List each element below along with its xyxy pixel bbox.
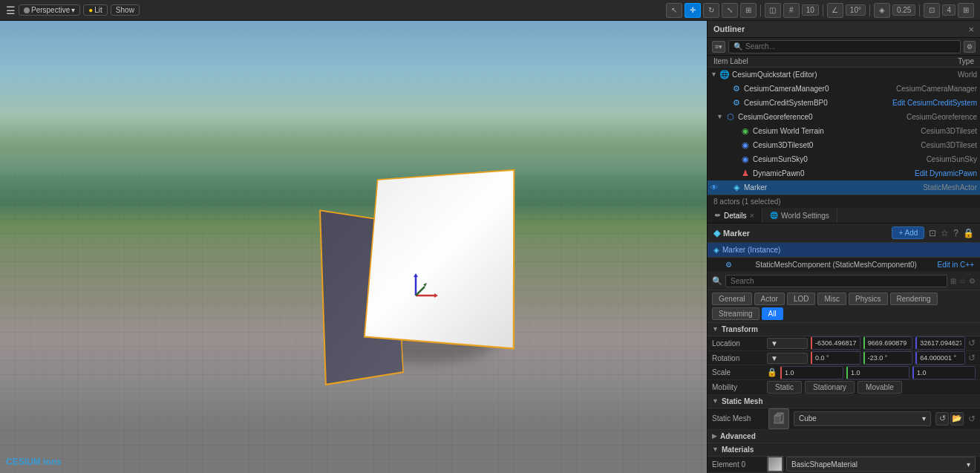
settings-filter-btn[interactable]: ⚙ <box>969 277 976 285</box>
eye-icon-marker[interactable]: 👁 <box>710 183 721 192</box>
scale-lock-icon[interactable]: 🔒 <box>767 368 777 377</box>
scale-z-input[interactable] <box>912 366 976 379</box>
mesh-reset-btn[interactable]: ↺ <box>968 414 976 424</box>
grid-tool[interactable]: # <box>783 3 800 18</box>
star-icon-btn[interactable]: ☆ <box>941 228 949 238</box>
rotation-y-input[interactable] <box>863 351 913 365</box>
outliner-title: Outliner <box>713 25 745 33</box>
column-headers: Item Label Type <box>708 56 980 68</box>
location-row: Location ▼ ↺ <box>708 336 980 351</box>
transform-tool[interactable]: ⊞ <box>740 3 757 18</box>
grid-icon[interactable]: ⊞ <box>958 3 974 18</box>
transform-section-header[interactable]: ▼ Transform <box>708 323 980 336</box>
scale-tool2[interactable]: ◈ <box>874 3 890 18</box>
perspective-dropdown[interactable]: Perspective ▾ <box>19 4 80 16</box>
materials-section-header[interactable]: ▼ Materials <box>708 443 980 457</box>
select-tool[interactable]: ↖ <box>666 3 682 18</box>
rotation-reset-btn[interactable]: ↺ <box>968 353 976 363</box>
details-search-input[interactable] <box>725 275 947 287</box>
lock-icon-btn[interactable]: 🔒 <box>963 228 974 238</box>
outliner-search[interactable]: 🔍 <box>728 40 961 53</box>
scale-tool[interactable]: ⤡ <box>722 3 738 18</box>
filter-rendering[interactable]: Rendering <box>890 293 938 305</box>
angle-value[interactable]: 10° <box>846 4 866 16</box>
scale-x-input[interactable] <box>780 366 843 379</box>
filter-all[interactable]: All <box>762 307 783 320</box>
materials-title: Materials <box>722 446 754 454</box>
label-tileset: Cesium3DTileset0 <box>753 141 921 149</box>
filter-lod[interactable]: LOD <box>787 293 816 305</box>
location-reset-btn[interactable]: ↺ <box>968 338 976 348</box>
layout-icon-btn[interactable]: ⊡ <box>929 228 936 238</box>
rotation-z-input[interactable] <box>915 351 965 365</box>
filter-misc[interactable]: Misc <box>817 293 846 305</box>
location-z-input[interactable] <box>915 336 965 350</box>
location-y-input[interactable] <box>863 336 913 350</box>
add-button[interactable]: + Add <box>892 226 924 239</box>
col-type-label: Type <box>958 57 974 65</box>
outliner-close-btn[interactable]: × <box>968 24 974 35</box>
mesh-selector-dropdown[interactable]: Cube ▾ <box>794 411 931 426</box>
mobility-stationary-btn[interactable]: Stationary <box>805 381 855 394</box>
mesh-nav-btn[interactable]: ↺ <box>935 412 949 425</box>
location-dropdown[interactable]: ▼ <box>767 338 808 349</box>
build-count[interactable]: 4 <box>942 4 956 16</box>
location-x-input[interactable] <box>811 336 860 350</box>
outliner-search-input[interactable] <box>745 42 956 50</box>
viewport[interactable]: CESIUM ions <box>0 21 707 473</box>
filter-physics[interactable]: Physics <box>849 293 887 305</box>
static-mesh-section-header[interactable]: ▼ Static Mesh <box>708 395 980 408</box>
filter-general[interactable]: General <box>712 293 752 305</box>
tree-item-tileset[interactable]: ◉ Cesium3DTileset0 Cesium3DTileset <box>708 138 980 152</box>
angle-tool[interactable]: ∠ <box>827 3 843 18</box>
mesh-browse-btn[interactable]: 📂 <box>950 412 964 425</box>
outliner-filter-btn[interactable]: ≡▾ <box>712 41 725 53</box>
instance-row[interactable]: ◈ Marker (Instance) <box>708 243 980 258</box>
tree-item-georeference[interactable]: ▼ ⬡ CesiumGeoreference0 CesiumGeoreferen… <box>708 110 980 124</box>
component-row[interactable]: ⚙ StaticMeshComponent (StaticMeshCompone… <box>708 258 980 273</box>
snap-value[interactable]: 10 <box>802 4 819 16</box>
static-mesh-arrow: ▼ <box>712 397 719 405</box>
edit-cpp-link[interactable]: Edit in C++ <box>938 261 974 269</box>
tree-item-editor[interactable]: ▼ 🌐 CesiumQuickstart (Editor) World <box>708 68 980 82</box>
filter-streaming[interactable]: Streaming <box>712 307 760 320</box>
materials-arrow: ▼ <box>712 446 719 453</box>
info-icon-btn[interactable]: ? <box>953 228 958 238</box>
star-filter-btn[interactable]: ☆ <box>959 277 966 285</box>
tab-world-settings[interactable]: 🌐 World Settings <box>762 208 837 224</box>
mobility-static-btn[interactable]: Static <box>767 381 802 394</box>
marker-icon: ◈ <box>731 182 742 192</box>
lit-dropdown[interactable]: ● Lit <box>83 4 108 16</box>
tree-item-camera[interactable]: ⚙ CesiumCameraManager0 CesiumCameraManag… <box>708 82 980 96</box>
grid-view-btn[interactable]: ⊞ <box>950 277 956 285</box>
3d-cube <box>319 169 527 377</box>
hamburger-menu[interactable]: ☰ <box>6 4 16 16</box>
component-icon-georef: ⬡ <box>725 111 736 122</box>
scale-y-input[interactable] <box>846 366 909 379</box>
build-tool[interactable]: ⊡ <box>924 3 940 18</box>
filter-actor[interactable]: Actor <box>754 293 785 305</box>
advanced-section-header[interactable]: ▶ Advanced <box>708 430 980 443</box>
rotation-x-input[interactable] <box>811 351 860 365</box>
globe-icon: 🌐 <box>770 212 778 219</box>
separator2 <box>823 4 823 16</box>
tree-item-sunsky[interactable]: ◉ CesiumSunSky0 CesiumSunSky <box>708 152 980 166</box>
mobility-movable-btn[interactable]: Movable <box>858 381 902 394</box>
tree-item-marker[interactable]: 👁 ◈ Marker StaticMeshActor <box>708 180 980 195</box>
tree-item-terrain[interactable]: ◉ Cesium World Terrain Cesium3DTileset <box>708 124 980 138</box>
tree-item-credit[interactable]: ⚙ CesiumCreditSystemBP0 Edit CesiumCredi… <box>708 96 980 110</box>
rotate-tool[interactable]: ↻ <box>703 3 719 18</box>
camera-tool[interactable]: ◫ <box>765 3 781 18</box>
outliner-settings-btn[interactable]: ⚙ <box>964 41 976 53</box>
component-icon-camera: ⚙ <box>731 83 742 94</box>
mobility-row: Mobility Static Stationary Movable <box>708 380 980 395</box>
details-tab-close[interactable]: × <box>750 211 754 220</box>
scale-value[interactable]: 0.25 <box>892 4 915 16</box>
tree-item-pawn[interactable]: ♟ DynamicPawn0 Edit DynamicPawn <box>708 166 980 180</box>
move-tool[interactable]: ✛ <box>685 3 701 18</box>
tab-details[interactable]: ✏ Details × <box>708 208 762 224</box>
rotation-dropdown[interactable]: ▼ <box>767 353 808 364</box>
outliner-tree[interactable]: ▼ 🌐 CesiumQuickstart (Editor) World ⚙ Ce… <box>708 68 980 195</box>
material-selector[interactable]: BasicShapeMaterial ▾ <box>786 457 976 472</box>
show-dropdown[interactable]: Show <box>111 4 140 16</box>
